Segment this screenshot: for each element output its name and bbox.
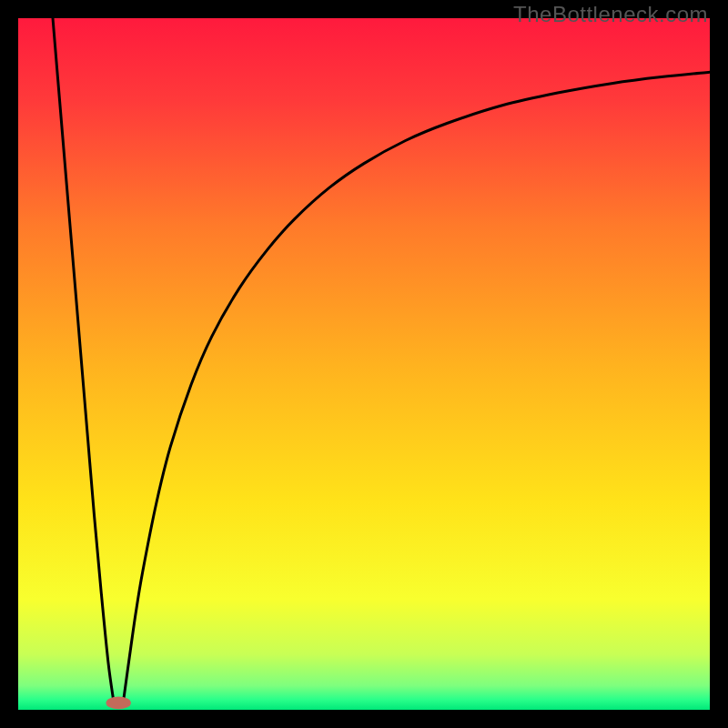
- chart-frame: [18, 18, 710, 710]
- watermark-text: TheBottleneck.com: [513, 2, 708, 27]
- minimum-marker: [106, 697, 131, 710]
- chart-background: [18, 18, 710, 710]
- bottleneck-chart: [18, 18, 710, 710]
